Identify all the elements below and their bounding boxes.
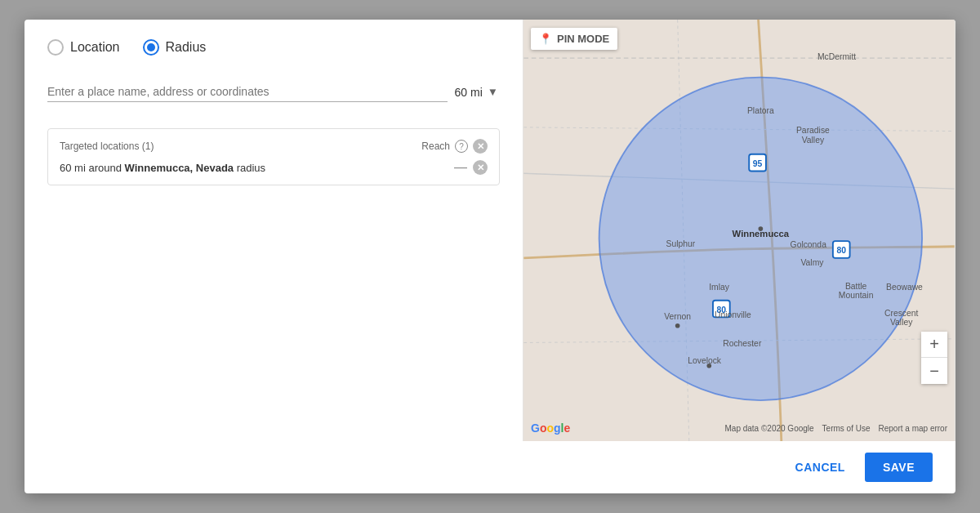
terms-of-use-link[interactable]: Terms of Use	[822, 424, 871, 433]
item-minus-icon[interactable]: —	[453, 160, 468, 175]
zoom-out-button[interactable]: −	[921, 358, 947, 384]
targeted-item-text: 60 mi around Winnemucca, Nevada radius	[60, 162, 265, 174]
svg-point-6	[599, 78, 922, 400]
location-radio-label: Location	[70, 40, 120, 55]
map-panel: 95 80 80 Winnemucca Golconda Sulphur Iml…	[523, 20, 956, 441]
google-logo: Google	[531, 422, 570, 435]
question-mark-icon: ?	[459, 142, 464, 151]
svg-text:Sulphur: Sulphur	[666, 239, 696, 248]
svg-text:Unionville: Unionville	[715, 310, 751, 319]
x-icon-item: ✕	[477, 163, 484, 173]
svg-point-34	[675, 323, 680, 328]
location-radio-circle	[47, 39, 64, 56]
targeted-title: Targeted locations (1)	[60, 141, 154, 152]
item-close-icon[interactable]: ✕	[473, 160, 488, 175]
svg-text:Paradise: Paradise	[796, 126, 830, 135]
svg-text:Golconda: Golconda	[791, 240, 827, 249]
zoom-in-button[interactable]: +	[921, 332, 947, 358]
svg-text:Battle: Battle	[845, 282, 867, 291]
search-input-wrap	[47, 82, 448, 102]
svg-text:Vernon: Vernon	[664, 312, 691, 321]
radius-dropdown-button[interactable]: ▼	[486, 84, 500, 100]
dialog-content: Location Radius 60 mi ▼	[24, 20, 956, 441]
location-targeting-dialog: Location Radius 60 mi ▼	[24, 20, 956, 493]
pin-icon: 📍	[539, 33, 552, 45]
svg-text:Rochester: Rochester	[723, 339, 762, 348]
svg-point-33	[706, 364, 711, 368]
item-suffix-text: radius	[237, 162, 265, 174]
radius-radio-label: Radius	[166, 40, 207, 55]
svg-text:Valley: Valley	[802, 136, 825, 145]
map-footer: Google Map data ©2020 Google Terms of Us…	[523, 422, 956, 435]
radius-value: 60	[454, 86, 467, 99]
targeted-actions: Reach ? ✕	[421, 139, 488, 154]
location-radio-option[interactable]: Location	[47, 39, 120, 56]
item-place: Winnemucca, Nevada	[125, 162, 234, 174]
targeted-close-icon[interactable]: ✕	[473, 139, 488, 154]
minus-symbol: —	[454, 160, 467, 175]
dialog-footer: CANCEL SAVE	[24, 441, 956, 493]
svg-text:Beowawe: Beowawe	[886, 283, 923, 292]
left-panel: Location Radius 60 mi ▼	[24, 20, 523, 441]
zoom-controls: + −	[921, 332, 947, 384]
svg-text:95: 95	[753, 159, 763, 168]
svg-text:Valley: Valley	[890, 318, 913, 327]
radius-unit: mi	[470, 86, 483, 99]
svg-text:McDermitt: McDermitt	[817, 52, 856, 61]
targeted-locations-box: Targeted locations (1) Reach ? ✕ 60 mi a…	[47, 128, 500, 185]
pin-mode-button[interactable]: 📍 PIN MODE	[531, 28, 617, 50]
svg-text:Platora: Platora	[747, 106, 774, 115]
save-button[interactable]: SAVE	[865, 453, 933, 482]
targeted-item-actions: — ✕	[453, 160, 488, 175]
pin-mode-label: PIN MODE	[557, 33, 609, 45]
svg-text:Mountain: Mountain	[839, 291, 874, 300]
svg-text:Valmy: Valmy	[800, 258, 824, 267]
svg-text:80: 80	[836, 246, 846, 255]
item-prefix: 60 mi around	[60, 162, 122, 174]
radius-radio-option[interactable]: Radius	[143, 39, 207, 56]
search-input[interactable]	[47, 82, 448, 101]
cancel-button[interactable]: CANCEL	[786, 454, 855, 480]
targeted-item-row: 60 mi around Winnemucca, Nevada radius —…	[60, 160, 488, 175]
targeted-header: Targeted locations (1) Reach ? ✕	[60, 139, 488, 154]
search-row: 60 mi ▼	[47, 82, 500, 102]
reach-label: Reach	[421, 141, 450, 152]
svg-text:Lovelock: Lovelock	[688, 356, 722, 365]
chevron-down-icon: ▼	[488, 86, 498, 98]
radius-radio-circle	[143, 39, 159, 56]
svg-text:Imlay: Imlay	[709, 283, 730, 292]
radius-control: 60 mi ▼	[454, 84, 500, 100]
reach-help-icon[interactable]: ?	[455, 140, 468, 153]
map-data-text: Map data ©2020 Google	[724, 424, 813, 433]
map-svg: 95 80 80 Winnemucca Golconda Sulphur Iml…	[523, 20, 956, 441]
svg-text:Crescent: Crescent	[884, 309, 919, 318]
radio-group: Location Radius	[47, 39, 500, 56]
svg-point-32	[759, 226, 764, 231]
x-icon: ✕	[477, 141, 484, 152]
report-map-error-link[interactable]: Report a map error	[879, 424, 947, 433]
